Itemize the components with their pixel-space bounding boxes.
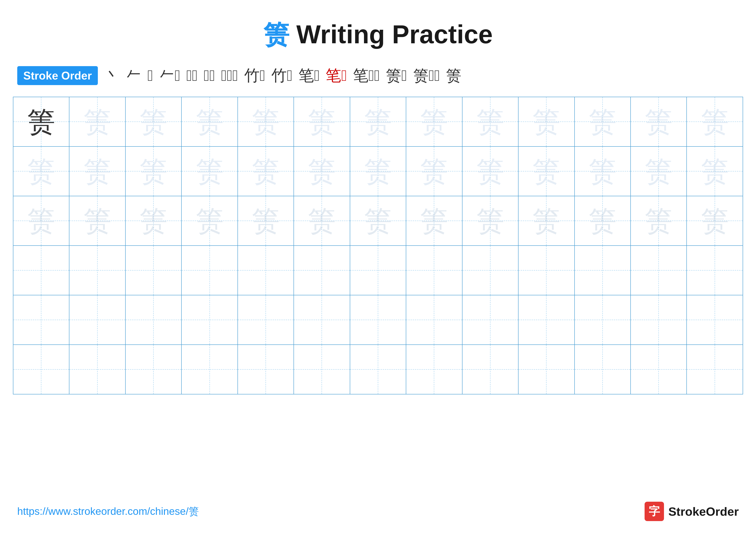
cell-1-6[interactable]: 箦 [294,97,350,146]
empty-cell-4-5[interactable] [238,245,294,295]
cell-3-3[interactable]: 箦 [125,196,181,245]
cell-3-1[interactable]: 箦 [13,196,69,245]
cell-1-8[interactable]: 箦 [406,97,462,146]
empty-cell-5-4[interactable] [181,295,237,345]
char-light: 箦 [308,157,336,185]
cell-3-11[interactable]: 箦 [575,196,631,245]
char-light: 箦 [83,108,111,136]
char-light: 箦 [476,157,504,185]
empty-cell-5-1[interactable] [13,295,69,345]
empty-cell-5-10[interactable] [518,295,574,345]
char-medium: 箦 [532,207,560,235]
empty-cell-5-13[interactable] [687,295,743,345]
char-medium: 箦 [83,207,111,235]
cell-2-5[interactable]: 箦 [238,146,294,196]
cell-3-7[interactable]: 箦 [350,196,406,245]
char-medium: 箦 [420,207,448,235]
empty-cell-4-6[interactable] [294,245,350,295]
cell-3-12[interactable]: 箦 [631,196,687,245]
empty-cell-4-8[interactable] [406,245,462,295]
cell-2-11[interactable]: 箦 [575,146,631,196]
cell-3-8[interactable]: 箦 [406,196,462,245]
cell-3-10[interactable]: 箦 [518,196,574,245]
empty-cell-6-3[interactable] [125,345,181,394]
stroke-10: 笔𠃌 [298,65,320,86]
cell-1-7[interactable]: 箦 [350,97,406,146]
cell-3-2[interactable]: 箦 [69,196,125,245]
stroke-sequence: 丶 𠂉 𠃌 𠂉𠃌 𠂊𠃌 𠂊𠂊 𠂊𠂊𠂇 竹𠂊 竹𠃌 笔𠃌 笔𠂊 笔𠂊𠂇 箦𠂇 箦𠂇… [104,65,461,86]
empty-cell-4-11[interactable] [575,245,631,295]
footer-logo: 字 StrokeOrder [645,502,739,521]
empty-cell-5-3[interactable] [125,295,181,345]
cell-2-3[interactable]: 箦 [125,146,181,196]
cell-1-10[interactable]: 箦 [518,97,574,146]
cell-2-12[interactable]: 箦 [631,146,687,196]
stroke-9: 竹𠃌 [271,65,292,86]
empty-cell-5-2[interactable] [69,295,125,345]
cell-1-3[interactable]: 箦 [125,97,181,146]
stroke-order-badge: Stroke Order [17,66,98,85]
char-medium: 箦 [701,207,729,235]
empty-cell-5-6[interactable] [294,295,350,345]
cell-1-11[interactable]: 箦 [575,97,631,146]
stroke-11: 笔𠂊 [326,65,347,86]
empty-cell-4-1[interactable] [13,245,69,295]
footer-url[interactable]: https://www.strokeorder.com/chinese/箦 [17,504,199,518]
cell-2-7[interactable]: 箦 [350,146,406,196]
empty-cell-6-4[interactable] [181,345,237,394]
empty-cell-6-12[interactable] [631,345,687,394]
empty-cell-6-2[interactable] [69,345,125,394]
empty-cell-4-10[interactable] [518,245,574,295]
char-medium: 箦 [364,207,392,235]
empty-cell-5-12[interactable] [631,295,687,345]
practice-grid: 箦 箦 箦 箦 箦 箦 箦 箦 箦 箦 箦 箦 箦 箦 箦 箦 箦 箦 箦 箦 … [13,97,743,394]
empty-cell-4-4[interactable] [181,245,237,295]
empty-cell-4-2[interactable] [69,245,125,295]
char-light: 箦 [196,108,224,136]
empty-cell-5-7[interactable] [350,295,406,345]
empty-cell-5-5[interactable] [238,295,294,345]
cell-1-2[interactable]: 箦 [69,97,125,146]
empty-cell-5-9[interactable] [462,295,518,345]
char-medium: 箦 [308,207,336,235]
empty-cell-6-5[interactable] [238,345,294,394]
char-light: 箦 [532,157,560,185]
cell-1-9[interactable]: 箦 [462,97,518,146]
empty-cell-6-7[interactable] [350,345,406,394]
cell-1-5[interactable]: 箦 [238,97,294,146]
empty-cell-4-9[interactable] [462,245,518,295]
cell-3-9[interactable]: 箦 [462,196,518,245]
empty-cell-5-8[interactable] [406,295,462,345]
footer-logo-icon: 字 [645,502,664,521]
cell-2-8[interactable]: 箦 [406,146,462,196]
cell-1-4[interactable]: 箦 [181,97,237,146]
empty-cell-6-6[interactable] [294,345,350,394]
cell-2-2[interactable]: 箦 [69,146,125,196]
empty-cell-6-11[interactable] [575,345,631,394]
stroke-4: 𠂉𠃌 [159,67,180,85]
cell-1-12[interactable]: 箦 [631,97,687,146]
cell-1-13[interactable]: 箦 [687,97,743,146]
empty-cell-4-12[interactable] [631,245,687,295]
cell-3-13[interactable]: 箦 [687,196,743,245]
empty-cell-6-10[interactable] [518,345,574,394]
cell-2-1[interactable]: 箦 [13,146,69,196]
empty-cell-6-9[interactable] [462,345,518,394]
cell-2-9[interactable]: 箦 [462,146,518,196]
cell-3-6[interactable]: 箦 [294,196,350,245]
empty-cell-6-8[interactable] [406,345,462,394]
cell-2-10[interactable]: 箦 [518,146,574,196]
cell-2-13[interactable]: 箦 [687,146,743,196]
cell-3-5[interactable]: 箦 [238,196,294,245]
empty-cell-4-3[interactable] [125,245,181,295]
char-medium: 箦 [476,207,504,235]
empty-cell-5-11[interactable] [575,295,631,345]
empty-cell-4-7[interactable] [350,245,406,295]
cell-2-4[interactable]: 箦 [181,146,237,196]
cell-3-4[interactable]: 箦 [181,196,237,245]
cell-1-1[interactable]: 箦 [13,97,69,146]
empty-cell-6-13[interactable] [687,345,743,394]
cell-2-6[interactable]: 箦 [294,146,350,196]
empty-cell-4-13[interactable] [687,245,743,295]
empty-cell-6-1[interactable] [13,345,69,394]
